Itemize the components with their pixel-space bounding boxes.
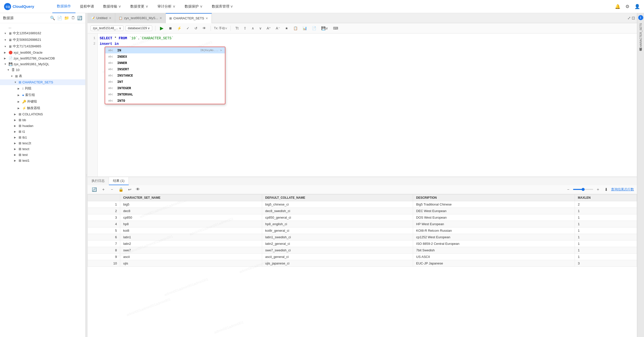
undo-btn[interactable]: ↺ xyxy=(193,25,199,31)
sidebar-item-mysql[interactable]: ▼ 💾 zyx_test991861_MySQL xyxy=(0,61,85,67)
font-inc-btn[interactable]: A⁺ xyxy=(265,25,272,31)
search-icon[interactable]: 🔍 xyxy=(50,16,55,20)
results-lock-icon[interactable]: 🔒 xyxy=(117,186,125,193)
sidebar-item-tesc2t[interactable]: ▶ ⊞ tesc2t xyxy=(0,140,85,146)
col-header-collate-name[interactable]: DEFAULT_COLLATE_NAME xyxy=(262,194,413,201)
sidebar-item-character-sets[interactable]: ▼ ⊞ CHARACTER_SETS xyxy=(0,79,85,85)
sidebar-item-10[interactable]: ▼ 🗄 10 xyxy=(0,67,85,73)
tab-character-sets[interactable]: ⊞ CHARACTER_SETS ✕ xyxy=(166,13,212,23)
sidebar-item-bb[interactable]: ▶ ⊞ bb xyxy=(0,117,85,123)
zoom-plus-icon[interactable]: ＋ xyxy=(595,186,601,193)
sidebar-item-tesct[interactable]: ▶ ⊞ tesct xyxy=(0,146,85,152)
table-row[interactable]: 3 cp850 cp850_general_ci DOS West Europe… xyxy=(88,214,637,221)
table-row[interactable]: 6 latin1 latin1_swedish_ci cp1252 West E… xyxy=(88,234,637,240)
sidebar-item-collations[interactable]: ▶ ⊞ COLLATIONS xyxy=(0,111,85,117)
nav-item-db-mgmt[interactable]: 数据库管理 ∨ xyxy=(207,0,238,13)
up-btn[interactable]: ∧ xyxy=(250,25,256,31)
run-button[interactable]: ▶ xyxy=(158,25,165,32)
col-header-charset-name[interactable]: CHARACTER_SET_NAME xyxy=(120,194,262,201)
results-refresh-icon[interactable]: 🔄 xyxy=(91,186,98,193)
sidebar-item-index-group[interactable]: ▶ ● 索引组 xyxy=(0,92,85,98)
table-row[interactable]: 8 swe7 swe7_swedish_ci 7bit Swedish 1 xyxy=(88,247,637,253)
results-minus-icon[interactable]: － xyxy=(109,186,115,193)
logo[interactable]: CQ CloudQuery xyxy=(4,3,44,10)
pin-btn[interactable]: ⇧ xyxy=(242,25,248,31)
expand-icon[interactable]: ⤢ xyxy=(627,16,631,20)
autocomplete-item-int[interactable]: abc INT xyxy=(105,79,225,85)
autocomplete-item-interval[interactable]: abc INTERVAL xyxy=(105,91,225,97)
right-sidebar-hint[interactable]: 提示信息 xyxy=(638,52,643,54)
table-row[interactable]: 1 big5 big5_chinese_ci Big5 Traditional … xyxy=(88,201,637,208)
tree-item-dots[interactable]: ... xyxy=(0,24,85,30)
download-icon[interactable]: ⬇ xyxy=(603,186,609,193)
nav-item-audit[interactable]: 审计分析 ∨ xyxy=(153,0,180,13)
save-btn[interactable]: 💾∨ xyxy=(320,25,330,31)
autocomplete-item-index[interactable]: abc INDEX xyxy=(105,53,225,60)
user-icon[interactable]: 👤 xyxy=(634,4,640,9)
query-total-link[interactable]: 查询结果总行数 xyxy=(611,187,634,192)
db-selector-1[interactable]: zyx_test515148_... ∨ xyxy=(91,25,124,31)
settings-icon[interactable]: ⚙ xyxy=(625,4,629,9)
sidebar-item-t1[interactable]: ▶ ⊞ t1 xyxy=(0,129,85,134)
autocomplete-item-insert[interactable]: abc INSERT xyxy=(105,66,225,72)
check-btn[interactable]: ✓ xyxy=(185,25,191,31)
tab-untitled[interactable]: 📝 Untitled ✕ xyxy=(88,13,115,23)
down-btn[interactable]: ∨ xyxy=(258,25,263,31)
nav-item-privilege[interactable]: 提权申请 xyxy=(75,0,99,13)
nav-item-data-ops[interactable]: 数据操作 xyxy=(52,0,75,13)
tab-close-mysql[interactable]: ✕ xyxy=(159,16,162,20)
nav-item-data-change[interactable]: 数据变更 ∨ xyxy=(126,0,153,13)
font-dec-btn[interactable]: A⁻ xyxy=(274,25,281,31)
sidebar-item-oracle[interactable]: ▶ 🔴 xyz_test666_Oracle xyxy=(0,50,85,55)
nav-item-data-transfer[interactable]: 数据传输 ∨ xyxy=(99,0,126,13)
tab-results[interactable]: 结果 (1) xyxy=(109,177,129,185)
zoom-slider-thumb[interactable] xyxy=(582,188,585,191)
table-row[interactable]: 7 latin2 latin2_general_ci ISO 8859-2 Ce… xyxy=(88,240,637,247)
keyboard-btn[interactable]: ⌨ xyxy=(332,25,340,31)
sidebar-item-cn1[interactable]: ▼ 🖥 中文120541689162 xyxy=(0,30,85,37)
sidebar-item-fk-group[interactable]: ▶ 🔑 外键组 xyxy=(0,98,85,105)
copy-btn[interactable]: 📋 xyxy=(292,25,299,31)
sidebar-item-test[interactable]: ▶ ⊞ test xyxy=(0,152,85,158)
sidebar-item-tb1[interactable]: ▶ ⊞ tb1 xyxy=(0,134,85,140)
format-btn[interactable]: Tt xyxy=(234,25,240,31)
sidebar-item-cn3[interactable]: ▼ 🖥 中文717143284865 xyxy=(0,43,85,50)
sidebar-item-column-group[interactable]: ▶ ⫶ 列组 xyxy=(0,85,85,92)
tab-close-character-sets[interactable]: ✕ xyxy=(206,17,208,20)
table-row[interactable]: 4 hp8 hp8_english_ci HP West European 1 xyxy=(88,221,637,227)
star-btn[interactable]: ★ xyxy=(284,25,290,31)
nav-item-data-protect[interactable]: 数据保护 ∨ xyxy=(180,0,207,13)
autocomplete-item-instance[interactable]: abc INSTANCE xyxy=(105,72,225,79)
notification-icon[interactable]: 🔔 xyxy=(615,4,620,9)
right-sidebar-info-icon[interactable]: i xyxy=(638,15,643,20)
sidebar-item-cn2[interactable]: ▼ 🖥 中文506932698621 xyxy=(0,37,85,43)
execute-plan-btn[interactable]: ⚡ xyxy=(176,25,183,31)
autocomplete-item-integer[interactable]: abc INTEGER xyxy=(105,85,225,91)
table-row[interactable]: 9 ascii ascii_general_ci US ASCII 1 xyxy=(88,253,637,260)
folder-icon[interactable]: 📁 xyxy=(64,16,69,20)
sidebar-item-tables[interactable]: ▼ ⊞ 表 xyxy=(0,73,85,79)
table-row[interactable]: 2 dec8 dec8_swedish_ci DEC West European… xyxy=(88,208,637,214)
right-sidebar-character-sets[interactable]: CHARACTER_SETS xyxy=(638,22,643,50)
results-eye-icon[interactable]: 👁 xyxy=(135,186,141,192)
sidebar-item-test1[interactable]: ▶ ⊞ test1 xyxy=(0,158,85,163)
sidebar-item-huadan[interactable]: ▶ ⊞ huadan xyxy=(0,123,85,129)
new-file-icon[interactable]: 📄 xyxy=(57,16,62,20)
sidebar-item-oraclecdb[interactable]: ▶ 📄 zyx_test952786_OracleCDB xyxy=(0,55,85,61)
tab-mysql[interactable]: 📋 zyx_test991861_MyS... ✕ xyxy=(115,13,166,23)
copy-icon[interactable]: 🗒 xyxy=(71,16,75,20)
drag-handle[interactable]: ⋮ xyxy=(86,13,88,337)
autocomplete-item-in[interactable]: abc IN IN[KeyWo... > xyxy=(105,47,225,53)
autocomplete-item-inner[interactable]: abc INNER xyxy=(105,60,225,66)
tab-exec-log[interactable]: 执行日志 xyxy=(88,177,109,185)
sidebar-item-trigger-group[interactable]: ▶ ⚡ 触发器组 xyxy=(0,105,85,111)
export-btn[interactable]: 📄 xyxy=(310,25,318,31)
db-selector-2[interactable]: database1329 ∨ xyxy=(126,25,152,31)
results-add-icon[interactable]: ＋ xyxy=(100,186,107,193)
stop-button[interactable]: ⏹ xyxy=(167,25,174,31)
table-row[interactable]: 10 ujis ujis_japanese_ci EUC-JP Japanese… xyxy=(88,260,637,266)
col-header-description[interactable]: DESCRIPTION xyxy=(413,194,575,201)
chart-btn[interactable]: 📊 xyxy=(301,25,308,31)
tab-close-untitled[interactable]: ✕ xyxy=(109,16,111,20)
sidebar-toggle-icon[interactable]: ⊡ xyxy=(632,16,635,20)
